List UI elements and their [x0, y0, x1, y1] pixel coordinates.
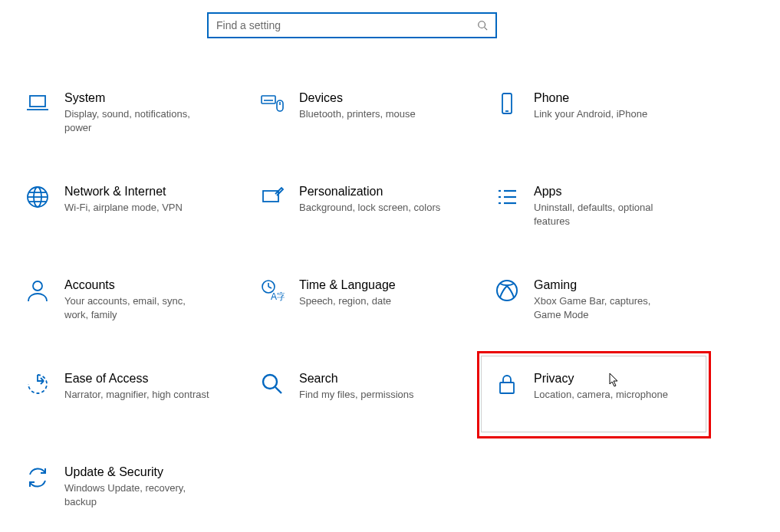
list-icon	[494, 184, 520, 210]
svg-rect-36	[500, 383, 514, 393]
xbox-icon	[494, 277, 520, 304]
lock-icon	[494, 371, 520, 397]
paintbrush-icon	[259, 184, 285, 210]
tile-title: Network & Internet	[64, 184, 245, 199]
tile-desc: Speech, region, date	[299, 294, 445, 308]
time-language-icon: A字	[259, 277, 285, 304]
svg-rect-4	[262, 96, 275, 103]
svg-point-0	[479, 21, 485, 28]
laptop-icon	[25, 90, 51, 117]
tile-desc: Location, camera, microphone	[534, 388, 680, 402]
search-box[interactable]	[207, 12, 497, 38]
tile-title: Apps	[534, 184, 715, 199]
tile-desc: Display, sound, notifications, power	[64, 107, 210, 135]
tile-desc: Link your Android, iPhone	[534, 107, 680, 121]
tile-title: System	[64, 90, 245, 106]
tile-update-security[interactable]: Update & Security Windows Update, recove…	[20, 465, 250, 511]
tile-title: Devices	[299, 90, 480, 106]
tile-desc: Background, lock screen, colors	[299, 201, 445, 215]
tile-title: Search	[299, 371, 480, 386]
tile-title: Phone	[534, 90, 715, 106]
globe-icon	[25, 184, 51, 210]
tile-ease-of-access[interactable]: Ease of Access Narrator, magnifier, high…	[20, 371, 250, 417]
tile-personalization[interactable]: Personalization Background, lock screen,…	[255, 184, 485, 230]
tile-desc: Find my files, permissions	[299, 388, 445, 402]
svg-rect-2	[30, 96, 45, 107]
magnifier-icon	[259, 371, 285, 397]
tile-apps[interactable]: Apps Uninstall, defaults, optional featu…	[489, 184, 719, 230]
accessibility-icon	[25, 371, 51, 397]
tile-gaming[interactable]: Gaming Xbox Game Bar, captures, Game Mod…	[489, 277, 719, 323]
tile-desc: Xbox Game Bar, captures, Game Mode	[534, 294, 680, 322]
tile-title: Accounts	[64, 277, 245, 293]
tile-desc: Narrator, magnifier, high contrast	[64, 388, 210, 402]
tile-search[interactable]: Search Find my files, permissions	[255, 371, 485, 417]
settings-grid: System Display, sound, notifications, po…	[20, 90, 718, 511]
svg-line-35	[275, 387, 281, 393]
tile-title: Personalization	[299, 184, 480, 199]
tile-devices[interactable]: Devices Bluetooth, printers, mouse	[255, 90, 485, 136]
phone-icon	[494, 90, 520, 117]
tile-desc: Bluetooth, printers, mouse	[299, 107, 445, 121]
tile-phone[interactable]: Phone Link your Android, iPhone	[489, 90, 719, 136]
svg-line-1	[485, 28, 488, 31]
tile-title: Ease of Access	[64, 371, 245, 386]
tile-time-language[interactable]: A字 Time & Language Speech, region, date	[255, 277, 485, 323]
svg-line-29	[268, 287, 272, 288]
tile-desc: Uninstall, defaults, optional features	[534, 201, 680, 228]
tile-system[interactable]: System Display, sound, notifications, po…	[20, 90, 250, 136]
tile-title: Update & Security	[64, 465, 245, 480]
tile-network[interactable]: Network & Internet Wi-Fi, airplane mode,…	[20, 184, 250, 230]
tile-title: Privacy	[534, 371, 715, 386]
tile-desc: Wi-Fi, airplane mode, VPN	[64, 201, 210, 215]
svg-point-31	[497, 281, 517, 300]
tile-title: Time & Language	[299, 277, 480, 293]
search-icon	[477, 20, 488, 31]
tile-privacy[interactable]: Privacy Location, camera, microphone	[489, 371, 719, 417]
sync-icon	[25, 465, 51, 491]
svg-point-34	[263, 375, 277, 389]
svg-point-26	[33, 281, 42, 291]
tile-desc: Your accounts, email, sync, work, family	[64, 294, 210, 322]
tile-desc: Windows Update, recovery, backup	[64, 481, 210, 509]
keyboard-mouse-icon	[259, 90, 285, 117]
search-input[interactable]	[216, 19, 477, 31]
svg-text:A字: A字	[271, 291, 285, 302]
person-icon	[25, 277, 51, 304]
tile-title: Gaming	[534, 277, 715, 293]
tile-accounts[interactable]: Accounts Your accounts, email, sync, wor…	[20, 277, 250, 323]
